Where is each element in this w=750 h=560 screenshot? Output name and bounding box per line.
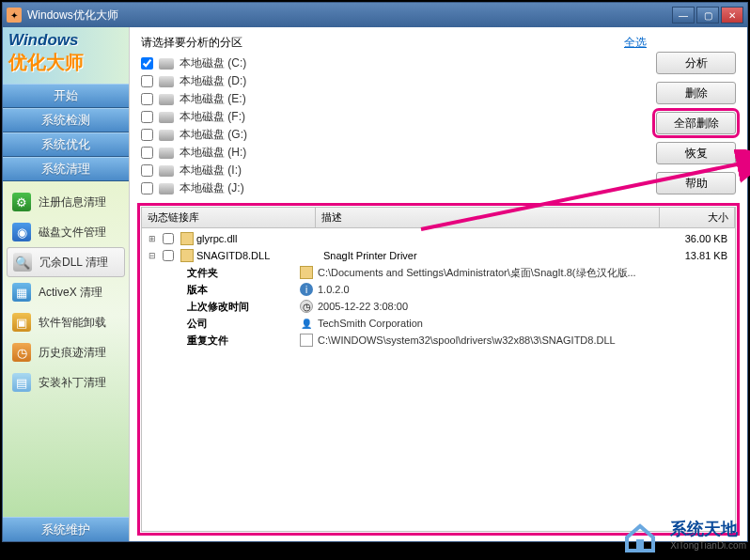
watermark-icon (619, 511, 664, 556)
watermark: 系统天地 XiTongTianDi.com (619, 511, 746, 556)
dll-file-icon (180, 232, 194, 245)
nav-registry-clean[interactable]: ⚙注册信息清理 (3, 187, 129, 217)
nav-list: ⚙注册信息清理 ◉磁盘文件管理 🔍冗余DLL 清理 ▦ActiveX 清理 ▣软… (3, 181, 129, 517)
folder-icon (300, 266, 313, 279)
delete-all-button[interactable]: 全部删除 (656, 112, 736, 134)
drive-d-checkbox[interactable] (141, 75, 153, 87)
main-panel: 请选择要分析的分区 全选 本地磁盘 (C:) 本地磁盘 (D:) 本地磁盘 (E… (130, 27, 747, 541)
titlebar: ✦ Windows优化大师 — ▢ ✕ (3, 3, 747, 27)
drive-icon (159, 183, 174, 194)
result-row[interactable]: ⊟ SNAGITD8.DLL SnagIt Printer Driver 13.… (142, 247, 735, 264)
drive-g-checkbox[interactable] (141, 129, 153, 141)
restore-button[interactable]: 恢复 (656, 142, 736, 164)
drive-icon (159, 112, 174, 123)
drive-icon (159, 94, 174, 105)
drive-d[interactable]: 本地磁盘 (D:) (141, 72, 647, 90)
action-buttons: 分析 删除 全部删除 恢复 帮助 (647, 35, 736, 197)
drive-icon (159, 130, 174, 141)
window-controls: — ▢ ✕ (672, 7, 743, 23)
maximize-button[interactable]: ▢ (696, 7, 719, 23)
drive-j[interactable]: 本地磁盘 (J:) (141, 179, 647, 197)
clock-icon: ◷ (300, 300, 313, 313)
drive-g[interactable]: 本地磁盘 (G:) (141, 126, 647, 144)
drive-i-checkbox[interactable] (141, 164, 153, 177)
drive-c[interactable]: 本地磁盘 (C:) (141, 54, 647, 72)
drive-h[interactable]: 本地磁盘 (H:) (141, 144, 647, 162)
drive-icon (159, 58, 174, 70)
select-all-link[interactable]: 全选 (624, 35, 647, 51)
detail-company: 公司👤TechSmith Corporation (142, 315, 735, 332)
tab-clean[interactable]: 系统清理 (3, 157, 129, 181)
dll-file-icon (180, 249, 194, 262)
file-icon (300, 334, 313, 347)
analyze-button[interactable]: 分析 (656, 52, 736, 74)
drive-icon (159, 76, 174, 87)
sidebar: Windows 优化大师 开始 系统检测 系统优化 系统清理 ⚙注册信息清理 ◉… (3, 27, 130, 541)
partition-label: 请选择要分析的分区 (141, 35, 242, 51)
nav-history-clean[interactable]: ◷历史痕迹清理 (3, 337, 129, 367)
drive-f-checkbox[interactable] (141, 111, 153, 123)
drive-c-checkbox[interactable] (141, 57, 153, 70)
drive-i[interactable]: 本地磁盘 (I:) (141, 162, 647, 179)
minimize-button[interactable]: — (672, 7, 695, 23)
col-name[interactable]: 动态链接库 (142, 208, 316, 227)
logo: Windows 优化大师 (3, 27, 129, 84)
detail-modified: 上次修改时间◷2005-12-22 3:08:00 (142, 298, 735, 315)
drive-e-checkbox[interactable] (141, 93, 153, 105)
app-window: ✦ Windows优化大师 — ▢ ✕ Windows 优化大师 开始 系统检测… (2, 2, 748, 542)
results-header: 动态链接库 描述 大小 (142, 208, 735, 228)
partition-header: 请选择要分析的分区 全选 (141, 35, 647, 51)
col-desc[interactable]: 描述 (316, 208, 660, 227)
help-button[interactable]: 帮助 (656, 172, 736, 194)
top-tabs: 开始 系统检测 系统优化 系统清理 (3, 84, 129, 181)
tab-detect[interactable]: 系统检测 (3, 108, 129, 132)
drive-icon (159, 148, 174, 159)
detail-folder: 文件夹C:\Documents and Settings\Administrat… (142, 264, 735, 281)
disk-icon: ◉ (12, 223, 31, 241)
delete-button[interactable]: 删除 (656, 82, 736, 104)
results-list: 动态链接库 描述 大小 ⊞ glyrpc.dll 36.00 KB ⊟ (141, 207, 736, 532)
col-size[interactable]: 大小 (660, 208, 735, 227)
logo-line2: 优化大师 (8, 50, 123, 75)
result-row[interactable]: ⊞ glyrpc.dll 36.00 KB (142, 230, 735, 247)
svg-rect-1 (636, 539, 644, 551)
dll-icon: 🔍 (13, 253, 32, 272)
drive-list: 本地磁盘 (C:) 本地磁盘 (D:) 本地磁盘 (E:) 本地磁盘 (F:) … (141, 54, 647, 197)
app-icon: ✦ (7, 8, 22, 23)
tree-collapse-icon[interactable]: ⊟ (146, 251, 159, 260)
nav-dll-clean[interactable]: 🔍冗余DLL 清理 (7, 247, 125, 277)
info-icon: i (300, 283, 313, 296)
row-checkbox[interactable] (163, 250, 174, 261)
nav-patch-clean[interactable]: ▤安装补丁清理 (3, 367, 129, 397)
tab-optimize[interactable]: 系统优化 (3, 132, 129, 157)
close-button[interactable]: ✕ (721, 7, 743, 23)
partition-area: 请选择要分析的分区 全选 本地磁盘 (C:) 本地磁盘 (D:) 本地磁盘 (E… (130, 27, 747, 201)
window-body: Windows 优化大师 开始 系统检测 系统优化 系统清理 ⚙注册信息清理 ◉… (3, 27, 747, 541)
tab-maintenance[interactable]: 系统维护 (3, 517, 129, 541)
patch-icon: ▤ (12, 373, 31, 392)
nav-activex-clean[interactable]: ▦ActiveX 清理 (3, 277, 129, 307)
watermark-title: 系统天地 (670, 518, 746, 540)
nav-software-uninstall[interactable]: ▣软件智能卸载 (3, 307, 129, 337)
activex-icon: ▦ (12, 283, 31, 302)
partition-left: 请选择要分析的分区 全选 本地磁盘 (C:) 本地磁盘 (D:) 本地磁盘 (E… (141, 35, 647, 197)
logo-line1: Windows (8, 31, 123, 50)
company-icon: 👤 (300, 317, 313, 330)
watermark-url: XiTongTianDi.com (670, 540, 746, 551)
drive-icon (159, 165, 174, 177)
results-body: ⊞ glyrpc.dll 36.00 KB ⊟ SNAGITD8.DLL Sna… (142, 228, 735, 350)
drive-f[interactable]: 本地磁盘 (F:) (141, 108, 647, 126)
tab-start[interactable]: 开始 (3, 84, 129, 108)
window-title: Windows优化大师 (27, 8, 672, 23)
nav-disk-manage[interactable]: ◉磁盘文件管理 (3, 217, 129, 247)
row-checkbox[interactable] (163, 233, 174, 244)
registry-icon: ⚙ (12, 193, 31, 211)
drive-e[interactable]: 本地磁盘 (E:) (141, 90, 647, 108)
drive-h-checkbox[interactable] (141, 147, 153, 159)
detail-version: 版本i1.0.2.0 (142, 281, 735, 298)
detail-duplicate: 重复文件C:\WINDOWS\system32\spool\drivers\w3… (142, 332, 735, 349)
history-icon: ◷ (12, 343, 31, 362)
drive-j-checkbox[interactable] (141, 182, 153, 194)
software-icon: ▣ (12, 313, 31, 332)
tree-expand-icon[interactable]: ⊞ (146, 234, 159, 243)
